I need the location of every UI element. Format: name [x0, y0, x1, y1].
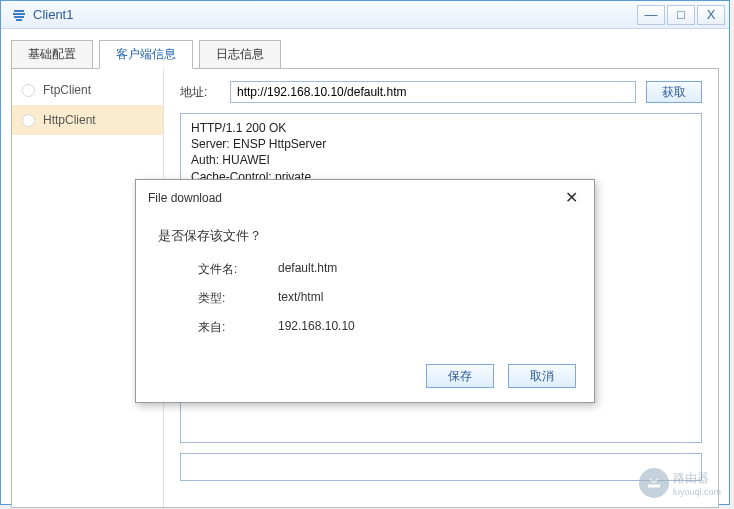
watermark-sub: luyouqi.com — [673, 487, 721, 497]
address-row: 地址: 获取 — [180, 81, 702, 103]
radio-icon — [22, 114, 35, 127]
app-icon — [11, 7, 27, 23]
sidebar-item-label: HttpClient — [43, 113, 96, 127]
window-buttons: — □ X — [635, 5, 725, 25]
from-label: 来自: — [198, 319, 278, 336]
app-window: Client1 — □ X 基础配置 客户端信息 日志信息 FtpClient … — [0, 0, 730, 505]
tab-log-info[interactable]: 日志信息 — [199, 40, 281, 69]
dialog-titlebar: File download ✕ — [136, 180, 594, 213]
dialog-buttons: 保存 取消 — [426, 364, 576, 388]
close-icon[interactable]: ✕ — [561, 188, 582, 207]
close-button[interactable]: X — [697, 5, 725, 25]
window-title: Client1 — [33, 7, 635, 22]
maximize-button[interactable]: □ — [667, 5, 695, 25]
minimize-button[interactable]: — — [637, 5, 665, 25]
tab-basic-config[interactable]: 基础配置 — [11, 40, 93, 69]
tab-strip: 基础配置 客户端信息 日志信息 — [11, 40, 719, 69]
cancel-button[interactable]: 取消 — [508, 364, 576, 388]
router-icon — [639, 468, 669, 498]
address-input[interactable] — [230, 81, 636, 103]
bottom-input-bar[interactable] — [180, 453, 702, 481]
save-button[interactable]: 保存 — [426, 364, 494, 388]
watermark-text: 路由器 luyouqi.com — [673, 470, 721, 497]
tab-client-info[interactable]: 客户端信息 — [99, 40, 193, 69]
dialog-title: File download — [148, 191, 222, 205]
sidebar-item-label: FtpClient — [43, 83, 91, 97]
file-download-dialog: File download ✕ 是否保存该文件？ 文件名: default.ht… — [135, 179, 595, 403]
fetch-button[interactable]: 获取 — [646, 81, 702, 103]
sidebar-item-httpclient[interactable]: HttpClient — [12, 105, 163, 135]
filename-value: default.htm — [278, 261, 337, 278]
dialog-row-from: 来自: 192.168.10.10 — [158, 319, 576, 336]
type-label: 类型: — [198, 290, 278, 307]
title-bar: Client1 — □ X — [1, 1, 729, 29]
address-label: 地址: — [180, 84, 220, 101]
radio-icon — [22, 84, 35, 97]
watermark-brand: 路由器 — [673, 470, 721, 487]
dialog-row-type: 类型: text/html — [158, 290, 576, 307]
type-value: text/html — [278, 290, 323, 307]
from-value: 192.168.10.10 — [278, 319, 355, 336]
sidebar-item-ftpclient[interactable]: FtpClient — [12, 75, 163, 105]
filename-label: 文件名: — [198, 261, 278, 278]
dialog-question: 是否保存该文件？ — [158, 227, 576, 245]
dialog-row-filename: 文件名: default.htm — [158, 261, 576, 278]
watermark: 路由器 luyouqi.com — [639, 468, 721, 498]
dialog-body: 是否保存该文件？ 文件名: default.htm 类型: text/html … — [136, 213, 594, 336]
